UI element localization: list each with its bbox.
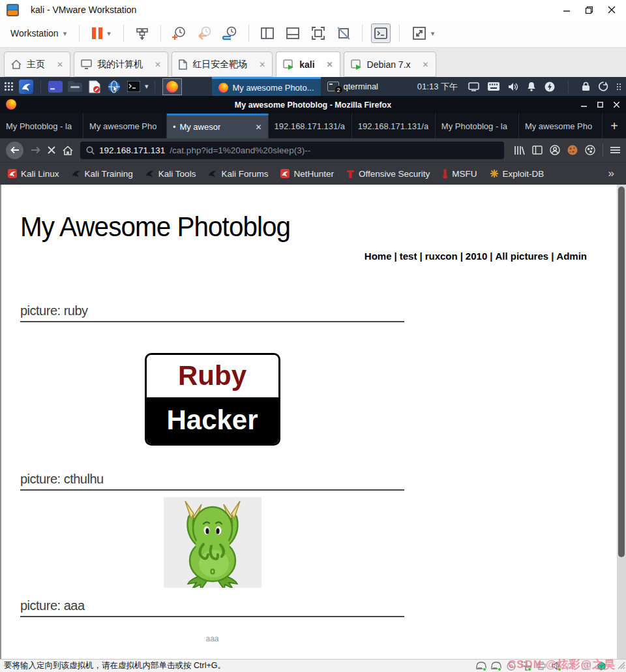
bookmark-msfu[interactable]: MSFU — [442, 169, 477, 179]
vm-tab-range[interactable]: 红日安全靶场 ✕ — [171, 52, 273, 77]
file-manager-icon[interactable] — [67, 79, 83, 95]
stop-icon — [48, 146, 55, 154]
picture-caption: aaa — [20, 634, 404, 643]
close-icon[interactable]: ✕ — [259, 60, 265, 69]
firefox-icon — [218, 83, 228, 93]
window-resize-grip[interactable] — [616, 660, 625, 671]
library-panel-toggle[interactable] — [258, 23, 277, 43]
kali-menu-button[interactable] — [18, 79, 34, 95]
menu-button[interactable] — [610, 146, 620, 154]
home-icon — [11, 59, 22, 69]
browser-tab[interactable]: My awesome Pho — [519, 114, 603, 138]
display-icon[interactable] — [468, 82, 479, 91]
settings-app-icon[interactable] — [48, 79, 63, 95]
lock-screen-icon[interactable] — [582, 82, 590, 91]
stop-button[interactable] — [48, 146, 55, 154]
close-icon[interactable]: ✕ — [57, 60, 63, 69]
maximize-icon[interactable] — [597, 102, 603, 108]
home-button[interactable] — [63, 145, 73, 155]
panel-grip-icon[interactable] — [5, 82, 13, 91]
ctrl-alt-del-button[interactable] — [132, 23, 152, 43]
sidebar-button[interactable] — [532, 145, 543, 155]
extension-icon[interactable] — [585, 145, 595, 155]
url-bar[interactable]: 192.168.171.131/cat.php?id=1%20and%20sle… — [80, 142, 504, 159]
vm-running-icon — [283, 59, 294, 70]
picture-section-cthulhu: picture: cthulhu — [20, 472, 587, 588]
vm-tab-home[interactable]: 主页 ✕ — [4, 52, 70, 77]
restore-icon[interactable] — [585, 6, 593, 14]
firefox-launcher-button[interactable] — [162, 78, 182, 95]
workstation-menu-button[interactable]: Workstation ▾ — [7, 25, 70, 41]
hard-disk-icon[interactable] — [475, 661, 486, 671]
offsec-favicon — [346, 169, 355, 178]
browser-tab[interactable]: 192.168.171.131/a — [269, 114, 352, 138]
scrollbar-thumb[interactable] — [618, 187, 625, 557]
vm-tab-debian[interactable]: Debian 7.x ✕ — [344, 52, 436, 77]
back-button[interactable] — [6, 142, 23, 159]
nav-link-all-pictures[interactable]: All pictures — [495, 251, 548, 262]
notification-bell-icon[interactable] — [527, 82, 536, 91]
power-pause-button[interactable]: ▾ — [88, 25, 115, 42]
bookmark-kali-forums[interactable]: Kali Forums — [208, 169, 268, 179]
cookie-extension-icon[interactable] — [567, 145, 578, 155]
close-icon[interactable]: ✕ — [327, 60, 333, 69]
vm-tab-my-computer[interactable]: 我的计算机 ✕ — [74, 52, 168, 77]
vm-running-icon — [351, 59, 362, 70]
nav-link-ruxcon[interactable]: ruxcon — [425, 251, 458, 262]
browser-tab[interactable]: My Photoblog - la — [0, 114, 83, 138]
close-icon[interactable]: ✕ — [155, 60, 161, 69]
logout-icon[interactable] — [599, 82, 608, 91]
close-icon[interactable] — [608, 6, 616, 14]
volume-icon[interactable] — [508, 82, 518, 91]
browser-tab[interactable]: 192.168.171.131/a — [352, 114, 436, 138]
nav-link-home[interactable]: Home — [365, 251, 392, 262]
terminal-app-icon[interactable] — [126, 79, 142, 95]
nav-link-test[interactable]: test — [400, 251, 417, 262]
bookmark-nethunter[interactable]: NetHunter — [280, 169, 334, 179]
thumbnail-bar-toggle[interactable] — [283, 23, 303, 43]
bookmark-kali-linux[interactable]: Kali Linux — [8, 169, 59, 179]
browser-tab[interactable]: My Photoblog - la — [436, 114, 519, 138]
web-browser-icon[interactable] — [106, 79, 122, 95]
nav-link-2010[interactable]: 2010 — [466, 251, 487, 262]
minimize-icon[interactable] — [563, 6, 571, 14]
vmware-logo-icon — [7, 4, 19, 16]
forward-icon — [31, 146, 40, 154]
console-view-button[interactable] — [371, 23, 391, 43]
browser-tab-active[interactable]: • My awesor ✕ — [167, 114, 268, 138]
bookmark-offensive-security[interactable]: Offensive Security — [346, 169, 430, 179]
manage-snapshots-button[interactable] — [220, 23, 240, 43]
close-icon[interactable]: ✕ — [423, 60, 429, 69]
clock[interactable]: 01:13 下午 — [417, 81, 458, 93]
account-button[interactable] — [550, 145, 560, 155]
bookmark-kali-training[interactable]: Kali Training — [72, 169, 133, 179]
text-editor-icon[interactable] — [87, 79, 102, 95]
stretch-view-button[interactable]: ▾ — [408, 23, 439, 43]
chevron-down-icon[interactable]: ▾ — [145, 82, 149, 91]
vm-tab-kali[interactable]: kali ✕ — [276, 52, 340, 77]
minimize-icon[interactable] — [581, 102, 587, 108]
page-scrollbar[interactable] — [617, 185, 626, 659]
keyboard-icon[interactable] — [488, 82, 499, 91]
fullscreen-icon[interactable] — [308, 23, 328, 43]
taskbar-window-qterminal[interactable]: 2 qterminal — [321, 77, 385, 96]
revert-snapshot-button[interactable] — [195, 23, 215, 43]
bookmark-exploit-db[interactable]: Exploit-DB — [490, 169, 544, 179]
nav-link-admin[interactable]: Admin — [556, 251, 587, 262]
taskbar-window-firefox[interactable]: My awesome Photo... — [212, 77, 321, 96]
firefox-tabstrip: My Photoblog - la My awesome Pho • My aw… — [0, 114, 626, 138]
close-icon[interactable] — [614, 102, 619, 108]
take-snapshot-button[interactable] — [170, 23, 189, 43]
bookmarks-overflow-chevron[interactable]: » — [608, 167, 618, 180]
hard-disk-icon[interactable] — [490, 661, 501, 671]
bookmark-kali-tools[interactable]: Kali Tools — [145, 169, 196, 179]
unity-mode-icon[interactable] — [334, 23, 353, 43]
new-tab-button[interactable]: + — [603, 114, 626, 138]
power-manager-icon[interactable] — [544, 82, 555, 92]
back-icon — [10, 146, 20, 154]
library-button[interactable] — [514, 145, 525, 155]
hamburger-icon — [610, 146, 620, 154]
close-icon[interactable]: ✕ — [250, 123, 262, 132]
browser-tab[interactable]: My awesome Pho — [83, 114, 167, 138]
forward-button[interactable] — [31, 146, 40, 154]
